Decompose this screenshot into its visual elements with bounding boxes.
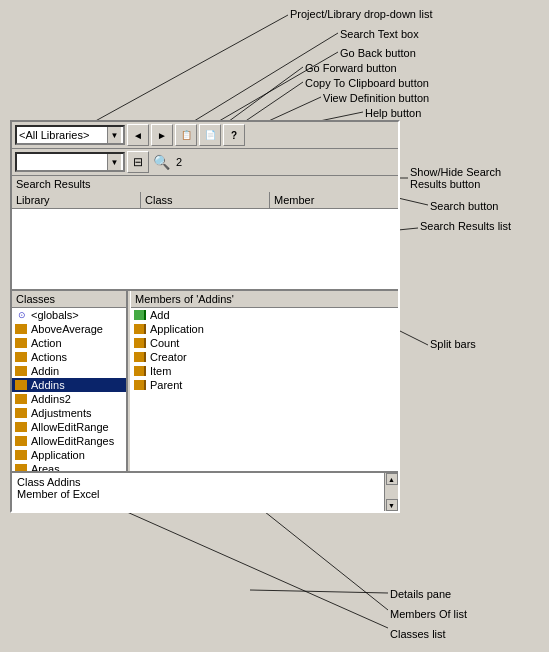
help-annotation: Help button	[365, 107, 421, 119]
copy-clipboard-annotation: Copy To Clipboard button	[305, 77, 429, 89]
classes-list-annotation: Classes list	[390, 628, 446, 640]
list-item[interactable]: Item	[131, 364, 398, 378]
property-icon	[134, 324, 146, 334]
list-item-selected[interactable]: Addins	[12, 378, 126, 392]
search-icon: 🔍	[153, 154, 170, 170]
svg-line-11	[250, 590, 388, 593]
list-item[interactable]: Actions	[12, 350, 126, 364]
list-item[interactable]: Application	[12, 448, 126, 462]
item-label: Addins2	[31, 393, 71, 405]
item-label: Add	[150, 309, 170, 321]
item-label: Application	[31, 449, 85, 461]
svg-line-9	[398, 228, 418, 230]
item-label: AllowEditRanges	[31, 435, 114, 447]
list-item[interactable]: AboveAverage	[12, 322, 126, 336]
show-hide-search-results-button[interactable]: ⊟	[127, 151, 149, 173]
item-label: Creator	[150, 351, 187, 363]
item-label: Addins	[31, 379, 65, 391]
view-definition-annotation: View Definition button	[323, 92, 429, 104]
list-item[interactable]: Parent	[131, 378, 398, 392]
list-item[interactable]: Count	[131, 336, 398, 350]
item-label: Adjustments	[31, 407, 92, 419]
module-icon	[15, 436, 27, 446]
show-hide-annotation: Show/Hide SearchResults button	[410, 166, 501, 190]
classes-pane: Classes ⊙ <globals> AboveAverage Action …	[12, 291, 127, 471]
item-label: Addin	[31, 365, 59, 377]
members-list[interactable]: Add Application Count Creator Item	[131, 308, 398, 471]
toolbar-row-1: <All Libraries> ▼ ◄ ► 📋 📄 ?	[12, 122, 398, 149]
main-panel: <All Libraries> ▼ ◄ ► 📋 📄 ? ▼ ⊟ 🔍 2 Sear…	[10, 120, 400, 513]
go-back-button[interactable]: ◄	[127, 124, 149, 146]
project-library-arrow[interactable]: ▼	[107, 127, 121, 143]
list-item[interactable]: Action	[12, 336, 126, 350]
svg-line-0	[70, 15, 288, 135]
list-item[interactable]: Creator	[131, 350, 398, 364]
search-results-header: Library Class Member	[12, 192, 398, 209]
go-forward-annotation: Go Forward button	[305, 62, 397, 74]
property-icon	[134, 380, 146, 390]
project-library-dropdown[interactable]: <All Libraries> ▼	[15, 125, 125, 145]
go-forward-button[interactable]: ►	[151, 124, 173, 146]
search-results-list[interactable]	[12, 209, 398, 289]
list-item[interactable]: Addins2	[12, 392, 126, 406]
details-pane: Class Addins Member of Excel ▲ ▼	[12, 471, 398, 511]
module-icon	[15, 464, 27, 471]
item-label: Actions	[31, 351, 67, 363]
members-pane: Members of 'Addins' Add Application Coun…	[131, 291, 398, 471]
item-label: AllowEditRange	[31, 421, 109, 433]
list-item[interactable]: AllowEditRanges	[12, 434, 126, 448]
search-row: ▼ ⊟ 🔍 2	[12, 149, 398, 176]
details-class-line: Class Addins	[17, 476, 393, 488]
classes-list[interactable]: ⊙ <globals> AboveAverage Action Actions	[12, 308, 126, 471]
module-icon	[15, 408, 27, 418]
project-library-value: <All Libraries>	[19, 129, 107, 141]
list-item[interactable]: ⊙ <globals>	[12, 308, 126, 322]
module-icon	[15, 338, 27, 348]
module-icon	[15, 450, 27, 460]
search-button-annotation: Search button	[430, 200, 499, 212]
item-label: Count	[150, 337, 179, 349]
scroll-up-arrow[interactable]: ▲	[386, 473, 398, 485]
search-results-section: Search Results Library Class Member	[12, 176, 398, 291]
project-library-annotation: Project/Library drop-down list	[290, 8, 432, 20]
item-label: <globals>	[31, 309, 79, 321]
item-label: Application	[150, 323, 204, 335]
module-icon	[15, 324, 27, 334]
list-item[interactable]: Add	[131, 308, 398, 322]
view-definition-button[interactable]: 📄	[199, 124, 221, 146]
copy-to-clipboard-button[interactable]: 📋	[175, 124, 197, 146]
help-button[interactable]: ?	[223, 124, 245, 146]
list-item[interactable]: Application	[131, 322, 398, 336]
module-icon	[15, 366, 27, 376]
svg-line-8	[398, 198, 428, 205]
list-item[interactable]: Addin	[12, 364, 126, 378]
item-label: Action	[31, 337, 62, 349]
col-member: Member	[270, 192, 398, 208]
members-of-list-annotation: Members Of list	[390, 608, 467, 620]
item-label: AboveAverage	[31, 323, 103, 335]
scroll-down-arrow[interactable]: ▼	[386, 499, 398, 511]
classes-title: Classes	[12, 291, 126, 308]
details-scrollbar[interactable]: ▲ ▼	[384, 473, 398, 511]
search-results-list-annotation: Search Results list	[420, 220, 511, 232]
property-icon	[134, 338, 146, 348]
details-pane-annotation: Details pane	[390, 588, 451, 600]
svg-line-10	[398, 330, 428, 345]
list-item[interactable]: Adjustments	[12, 406, 126, 420]
col-class: Class	[141, 192, 270, 208]
list-item[interactable]: Areas	[12, 462, 126, 471]
property-icon	[134, 366, 146, 376]
members-title: Members of 'Addins'	[131, 291, 398, 308]
module-icon	[15, 422, 27, 432]
split-bars-annotation: Split bars	[430, 338, 476, 350]
svg-line-13	[100, 500, 388, 628]
list-item[interactable]: AllowEditRange	[12, 420, 126, 434]
search-scope-arrow[interactable]: ▼	[107, 154, 121, 170]
item-label: Item	[150, 365, 171, 377]
svg-line-12	[250, 500, 388, 610]
split-area: Classes ⊙ <globals> AboveAverage Action …	[12, 291, 398, 471]
method-icon	[134, 310, 146, 320]
search-scope-dropdown[interactable]: ▼	[15, 152, 125, 172]
item-label: Parent	[150, 379, 182, 391]
module-icon	[15, 352, 27, 362]
